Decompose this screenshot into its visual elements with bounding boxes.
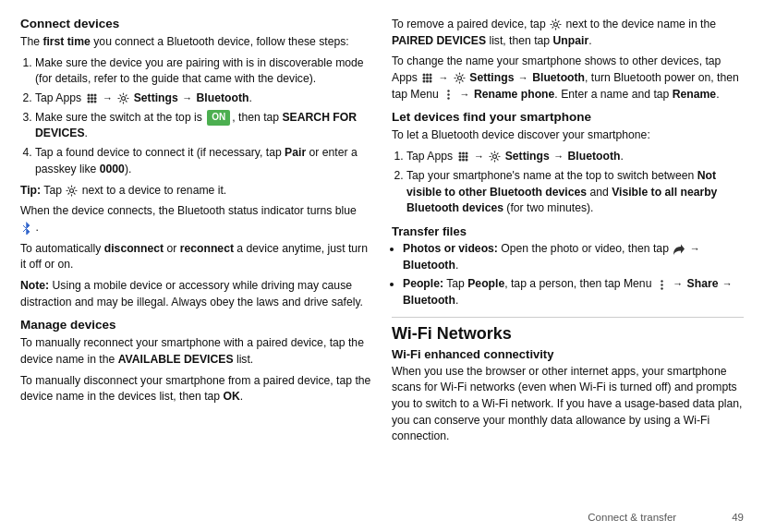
svg-point-16 <box>430 74 432 77</box>
svg-point-30 <box>458 155 461 158</box>
transfer-item-photos: Photos or videos: Open the photo or vide… <box>403 241 744 273</box>
svg-point-1 <box>91 94 93 97</box>
connect-steps-list: Make sure the device you are pairing wit… <box>35 55 371 178</box>
svg-point-3 <box>87 97 90 100</box>
remove-paired-section: To remove a paired device, tap next to t… <box>392 17 744 103</box>
footer-page-number: 49 <box>732 512 744 523</box>
wifi-sub-heading: Wi-Fi enhanced connectivity <box>392 347 744 361</box>
svg-point-24 <box>448 90 450 91</box>
manage-p1: To manually reconnect your smartphone wi… <box>20 335 371 368</box>
svg-point-22 <box>430 80 432 83</box>
arrow-icon-5: → <box>460 88 470 103</box>
transfer-list: Photos or videos: Open the photo or vide… <box>403 241 744 309</box>
svg-point-20 <box>423 80 426 83</box>
find-step-1: Tap Apps → Settings → Bluetooth. <box>406 149 744 165</box>
wifi-text: When you use the browser or other intern… <box>392 364 744 445</box>
gear-icon-remove <box>550 18 562 30</box>
svg-point-28 <box>462 152 465 155</box>
find-smartphone-section: Let devices find your smartphone To let … <box>392 110 744 216</box>
arrow-icon-10: → <box>722 277 733 292</box>
svg-point-31 <box>462 155 465 158</box>
svg-point-39 <box>661 287 662 289</box>
wifi-heading: Wi-Fi Networks <box>392 324 744 344</box>
arrow-icon-9: → <box>673 277 683 292</box>
wifi-section: Wi-Fi Networks Wi-Fi enhanced connectivi… <box>392 324 744 445</box>
arrow-icon-8: → <box>690 242 700 257</box>
svg-point-32 <box>465 155 467 158</box>
gear-icon-1 <box>117 92 129 104</box>
arrow-icon-7: → <box>553 150 564 164</box>
apps-icon-3 <box>457 151 469 163</box>
apps-icon-2 <box>421 72 433 84</box>
svg-point-21 <box>426 80 429 83</box>
find-intro: To let a Bluetooth device discover your … <box>392 127 744 144</box>
svg-point-23 <box>457 77 461 80</box>
svg-point-25 <box>448 93 450 95</box>
connect-intro: The first time you connect a Bluetooth d… <box>20 34 371 51</box>
arrow-icon-1: → <box>103 91 113 106</box>
svg-point-6 <box>87 101 90 103</box>
arrow-icon-4: → <box>518 71 528 86</box>
svg-point-10 <box>70 188 74 192</box>
bluetooth-blue-icon <box>21 221 31 235</box>
find-steps-list: Tap Apps → Settings → Bluetooth. Tap you… <box>406 149 744 217</box>
footer: Connect & transfer 49 <box>588 512 744 523</box>
svg-point-17 <box>423 77 426 79</box>
svg-point-4 <box>91 97 93 100</box>
svg-point-27 <box>458 152 461 155</box>
manage-devices-heading: Manage devices <box>20 318 371 332</box>
footer-section-label: Connect & transfer <box>588 512 676 523</box>
svg-point-29 <box>465 152 467 155</box>
menu-icon-2 <box>656 279 668 291</box>
find-step-2: Tap your smartphone's name at the top to… <box>406 168 744 217</box>
remove-text: To remove a paired device, tap next to t… <box>392 17 744 49</box>
manage-p2: To manually disconnect your smartphone f… <box>20 373 371 405</box>
svg-point-18 <box>426 77 429 79</box>
svg-point-19 <box>430 77 432 79</box>
transfer-item-people: People: Tap People, tap a person, then t… <box>403 276 744 308</box>
svg-point-7 <box>91 101 93 103</box>
apps-icon <box>86 92 98 104</box>
left-column: Connect devices The first time you conne… <box>20 17 371 506</box>
svg-point-8 <box>93 101 96 103</box>
step-3: Make sure the switch at the top is ON, t… <box>35 110 371 142</box>
manage-devices-section: Manage devices To manually reconnect you… <box>20 318 371 405</box>
svg-point-38 <box>661 284 662 285</box>
note-text: Note: Using a mobile device or accessory… <box>20 278 371 310</box>
step-1: Make sure the device you are pairing wit… <box>35 55 371 88</box>
svg-point-35 <box>465 159 467 162</box>
transfer-heading: Transfer files <box>392 224 744 238</box>
connect-devices-heading: Connect devices <box>20 17 371 30</box>
svg-point-0 <box>87 94 90 97</box>
svg-point-33 <box>458 159 461 162</box>
share-icon <box>673 243 685 255</box>
arrow-icon-6: → <box>474 150 484 164</box>
gear-icon-3 <box>489 151 501 163</box>
find-heading: Let devices find your smartphone <box>392 110 744 124</box>
svg-point-34 <box>462 159 465 162</box>
arrow-icon-2: → <box>182 91 192 106</box>
gear-icon-tip <box>66 185 78 197</box>
connect-devices-section: Connect devices The first time you conne… <box>20 17 371 310</box>
right-column: To remove a paired device, tap next to t… <box>392 17 744 506</box>
svg-point-14 <box>423 74 426 77</box>
svg-point-36 <box>493 155 497 159</box>
step-4: Tap a found device to connect it (if nec… <box>35 145 371 177</box>
disconnect-reconnect-text: To automatically disconnect or reconnect… <box>20 241 371 273</box>
svg-point-2 <box>93 94 96 97</box>
svg-point-13 <box>554 23 558 27</box>
change-name-text: To change the name your smartphone shows… <box>392 54 744 103</box>
arrow-icon-3: → <box>439 71 449 86</box>
svg-point-9 <box>122 97 126 101</box>
tip-text: Tip: Tap next to a device to rename it. <box>20 183 371 200</box>
bluetooth-connect-text: When the device connects, the Bluetooth … <box>20 203 371 236</box>
menu-icon-1 <box>443 89 455 101</box>
section-divider <box>392 317 744 318</box>
step-2: Tap Apps → Settings → Bluetooth. <box>35 91 371 107</box>
svg-point-37 <box>661 280 662 282</box>
svg-point-5 <box>93 97 96 100</box>
gear-icon-2 <box>454 72 466 84</box>
transfer-files-section: Transfer files Photos or videos: Open th… <box>392 224 744 309</box>
on-badge: ON <box>207 110 230 126</box>
svg-point-15 <box>426 74 429 77</box>
